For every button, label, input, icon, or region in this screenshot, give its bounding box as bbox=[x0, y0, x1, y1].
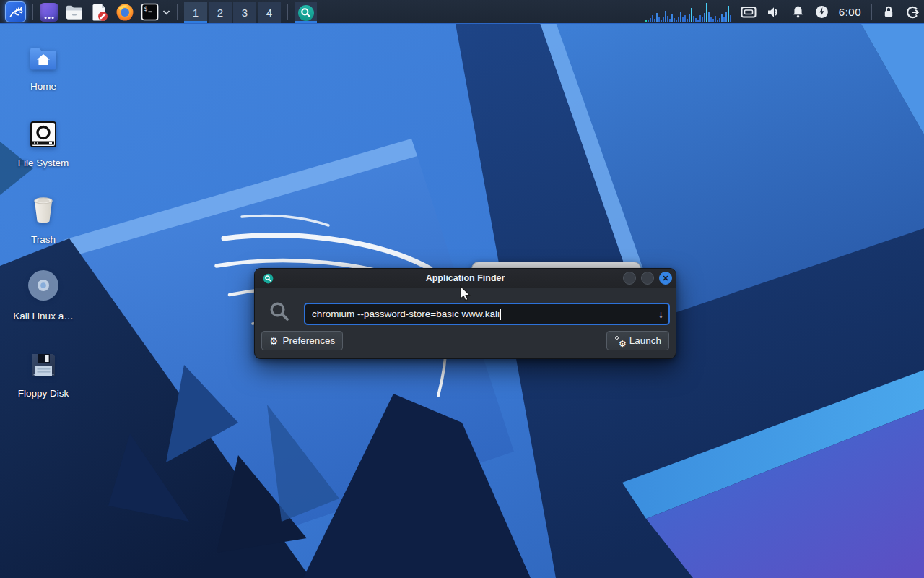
gear-icon: ⚙ bbox=[269, 336, 279, 346]
cpu-graph[interactable] bbox=[645, 2, 731, 22]
launcher-file-manager[interactable] bbox=[65, 0, 84, 24]
workspace-switcher: 1 2 3 4 bbox=[184, 0, 281, 24]
optical-disc-icon bbox=[27, 269, 59, 301]
desktop-icon-label: Trash bbox=[31, 234, 56, 245]
folder-icon bbox=[65, 4, 84, 21]
lock-icon[interactable] bbox=[882, 5, 895, 19]
notifications-bell-icon[interactable] bbox=[791, 5, 805, 19]
desktop-icon-file-system[interactable]: File System bbox=[6, 116, 81, 168]
svg-text:$: $ bbox=[144, 6, 148, 12]
workspace-1[interactable]: 1 bbox=[184, 2, 207, 23]
taskbar-application-finder[interactable] bbox=[295, 2, 317, 23]
chevron-down-icon bbox=[162, 9, 170, 16]
clock[interactable]: 6:00 bbox=[839, 6, 861, 18]
search-input[interactable]: chromium --password-store=basic www.kali… bbox=[304, 303, 670, 325]
drive-icon bbox=[30, 116, 57, 148]
power-manager-icon[interactable] bbox=[815, 5, 829, 19]
search-icon bbox=[269, 301, 291, 326]
workspace-3[interactable]: 3 bbox=[233, 2, 256, 23]
preferences-button[interactable]: ⚙ Preferences bbox=[261, 331, 343, 350]
desktop-icon-trash[interactable]: Trash bbox=[6, 193, 81, 245]
kali-menu-button[interactable] bbox=[5, 1, 26, 22]
app-window-icon bbox=[40, 3, 58, 22]
panel-separator bbox=[871, 4, 872, 20]
terminal-dropdown-arrow[interactable] bbox=[162, 0, 170, 24]
application-finder-window: Application Finder ✕ chromium --password… bbox=[254, 268, 676, 359]
desktop-icon-label: Kali Linux a… bbox=[13, 311, 73, 322]
floppy-disk-icon bbox=[30, 347, 57, 379]
desktop-screen: $ 1 2 3 4 bbox=[0, 0, 924, 578]
desktop-icon-label: File System bbox=[18, 158, 69, 168]
display-icon[interactable] bbox=[741, 6, 757, 19]
desktop-icon-home[interactable]: Home bbox=[6, 40, 81, 92]
desktop-icon-kali-cd[interactable]: Kali Linux a… bbox=[6, 269, 81, 322]
minimize-button[interactable] bbox=[623, 272, 636, 285]
search-input-value: chromium --password-store=basic www.kali bbox=[312, 309, 500, 319]
titlebar[interactable]: Application Finder ✕ bbox=[255, 269, 676, 288]
window-title: Application Finder bbox=[255, 273, 676, 283]
history-dropdown-arrow[interactable]: ↓ bbox=[658, 309, 663, 320]
volume-icon[interactable] bbox=[767, 6, 781, 19]
app-finder-icon bbox=[297, 4, 315, 22]
launcher-terminal[interactable]: $ bbox=[141, 0, 159, 24]
preferences-button-label: Preferences bbox=[283, 335, 336, 346]
workspace-2[interactable]: 2 bbox=[209, 2, 232, 23]
launcher-text-editor[interactable] bbox=[90, 0, 109, 24]
terminal-icon: $ bbox=[141, 3, 159, 21]
top-panel: $ 1 2 3 4 bbox=[0, 0, 924, 24]
panel-separator bbox=[177, 4, 178, 20]
desktop-icon-label: Home bbox=[30, 81, 56, 92]
launcher-firefox[interactable] bbox=[116, 0, 134, 24]
kali-dragon-icon bbox=[8, 4, 24, 20]
app-finder-window-icon bbox=[263, 273, 274, 284]
panel-separator bbox=[32, 4, 33, 20]
launch-button-label: Launch bbox=[629, 335, 661, 346]
launch-icon: ⚙ bbox=[614, 336, 625, 346]
maximize-button[interactable] bbox=[641, 272, 654, 285]
text-editor-icon bbox=[90, 3, 109, 22]
launch-button[interactable]: ⚙ Launch bbox=[606, 331, 669, 350]
launcher-app-window[interactable] bbox=[40, 0, 58, 24]
desktop-icon-floppy[interactable]: Floppy Disk bbox=[6, 347, 81, 399]
workspace-4[interactable]: 4 bbox=[258, 2, 281, 23]
trash-icon bbox=[31, 193, 56, 225]
desktop-icon-label: Floppy Disk bbox=[18, 388, 69, 399]
firefox-icon bbox=[116, 3, 134, 22]
home-folder-icon bbox=[29, 40, 58, 72]
close-button[interactable]: ✕ bbox=[659, 272, 672, 285]
panel-separator bbox=[287, 4, 288, 20]
logout-icon[interactable] bbox=[905, 5, 920, 20]
text-caret bbox=[500, 309, 501, 320]
